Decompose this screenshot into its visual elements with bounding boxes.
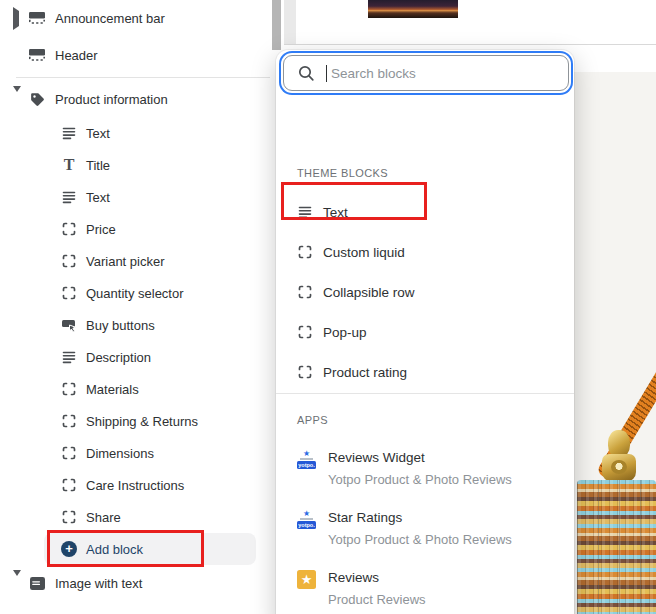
sidebar-block-care-instructions[interactable]: Care Instructions [0,469,282,501]
highlight-box-custom-liquid [281,182,427,220]
app-subtitle: Product Reviews [328,590,426,610]
highlight-box-add-block [47,530,204,567]
popup-divider [276,393,574,394]
search-input[interactable] [329,65,553,82]
popup-item-pop-up[interactable]: Pop-up [276,312,574,352]
sidebar-block-title[interactable]: T Title [0,149,282,181]
text-lines-icon [61,125,77,141]
sidebar-block-text[interactable]: Text [0,117,282,149]
buy-button-cursor-icon [61,317,77,333]
announcement-bar-icon [28,11,46,25]
preview-scrollbar-track[interactable] [284,0,296,44]
popup-app-reviews-widget[interactable]: ★ yotpo. Reviews Widget Yotpo Product & … [297,448,562,490]
corner-brackets-icon [61,477,77,493]
corner-brackets-icon [61,445,77,461]
sidebar-item-header[interactable]: Header [0,39,282,71]
corner-brackets-icon [297,284,313,300]
popup-app-star-ratings[interactable]: ★ yotpo. Star Ratings Yotpo Product & Ph… [297,508,562,550]
sidebar-block-price[interactable]: Price [0,213,282,245]
text-lines-icon [61,349,77,365]
app-subtitle: Yotpo Product & Photo Reviews [328,530,512,550]
sidebar-block-description[interactable]: Description [0,341,282,373]
corner-brackets-icon [297,324,313,340]
sidebar-item-label: Product information [55,92,168,107]
app-title: Reviews [328,568,426,588]
text-lines-icon [61,189,77,205]
sidebar-item-label: Header [55,48,98,63]
image-with-text-icon [28,576,46,591]
theme-editor-screen: Announcement bar Header Product informat… [0,0,656,614]
corner-brackets-icon [61,413,77,429]
sidebar-item-product-information[interactable]: Product information [0,83,282,115]
sidebar-block-dimensions[interactable]: Dimensions [0,437,282,469]
corner-brackets-icon [297,244,313,260]
popup-item-product-rating[interactable]: Product rating [276,352,574,392]
sidebar-block-share[interactable]: Share [0,501,282,533]
title-icon: T [61,158,77,172]
sidebar-item-image-with-text[interactable]: Image with text [0,567,282,599]
corner-brackets-icon [61,285,77,301]
search-field[interactable] [283,55,569,91]
popup-item-custom-liquid[interactable]: Custom liquid [276,232,574,272]
apps-heading: APPS [297,414,328,426]
sections-sidebar: Announcement bar Header Product informat… [0,0,282,614]
app-title: Star Ratings [328,508,512,528]
corner-brackets-icon [61,381,77,397]
sidebar-item-label: Image with text [55,576,142,591]
sidebar-block-image-with-text-child[interactable]: Image with text [0,604,282,614]
app-title: Reviews Widget [328,448,512,468]
chevron-down-icon[interactable] [13,576,23,591]
add-block-popup: THEME BLOCKS Text Custom liquid Collapsi… [276,50,574,614]
header-section-icon [28,48,46,62]
sidebar-block-shipping-returns[interactable]: Shipping & Returns [0,405,282,437]
sidebar-block-text[interactable]: Text [0,181,282,213]
basket-weave [577,480,656,614]
chevron-down-icon[interactable] [13,92,23,107]
sidebar-item-label: Announcement bar [55,11,165,26]
preview-divider [284,44,656,45]
corner-brackets-icon [61,509,77,525]
search-icon [297,64,315,82]
sidebar-divider [16,77,270,78]
preview-product-image [570,72,656,614]
preview-sunset-image [368,0,458,18]
sidebar-block-quantity-selector[interactable]: Quantity selector [0,277,282,309]
popup-app-reviews[interactable]: ★ Reviews Product Reviews [297,568,562,610]
app-subtitle: Yotpo Product & Photo Reviews [328,470,512,490]
yotpo-icon: ★ yotpo. [297,450,316,469]
basket-gold-clasp [602,454,636,482]
sidebar-item-announcement-bar[interactable]: Announcement bar [0,2,282,34]
sidebar-block-buy-buttons[interactable]: Buy buttons [0,309,282,341]
corner-brackets-icon [61,253,77,269]
sidebar-block-variant-picker[interactable]: Variant picker [0,245,282,277]
corner-brackets-icon [61,221,77,237]
sidebar-scrollbar-thumb[interactable] [272,0,281,50]
sidebar-block-materials[interactable]: Materials [0,373,282,405]
chevron-right-icon[interactable] [13,11,23,26]
popup-item-collapsible-row[interactable]: Collapsible row [276,272,574,312]
corner-brackets-icon [297,364,313,380]
tag-icon [28,91,46,108]
star-icon: ★ [297,570,316,589]
yotpo-icon: ★ yotpo. [297,510,316,529]
theme-blocks-heading: THEME BLOCKS [297,167,388,179]
text-cursor [326,65,327,82]
